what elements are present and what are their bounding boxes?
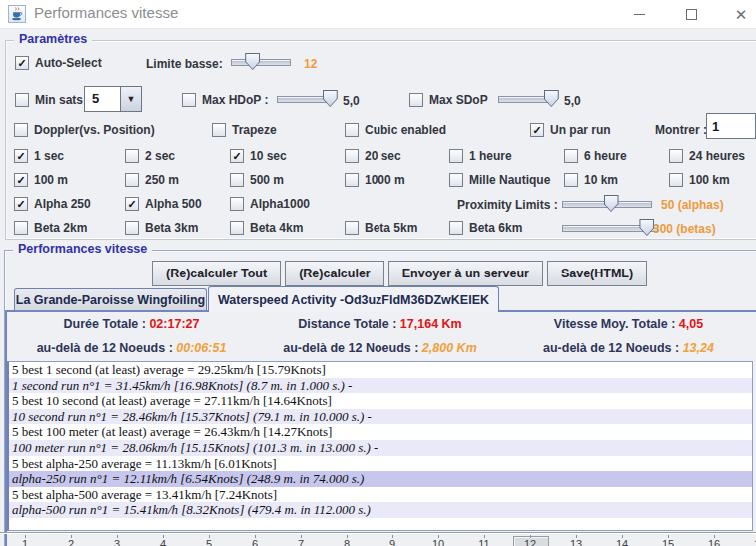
checkbox-10-km[interactable]: 10 km <box>564 172 618 188</box>
distance-au-dela-stat: au-delà de 12 Noeuds : 2,800 Km <box>256 341 504 355</box>
close-button[interactable]: ✕ <box>723 0 756 28</box>
ruler-label: 16 <box>708 538 720 546</box>
checkbox-label: Max SDoP <box>429 93 488 107</box>
window-title: Performances vitesse <box>34 4 178 21</box>
checkbox-doppler[interactable]: Doppler(vs. Position) <box>14 122 155 138</box>
max-sdop-slider[interactable] <box>498 89 554 107</box>
combobox-value: 5 <box>85 87 120 111</box>
slider-thumb[interactable] <box>245 53 260 70</box>
envoyer-serveur-button[interactable]: Envoyer à un serveur <box>388 261 543 286</box>
checkbox-beta-6km[interactable]: Beta 6km <box>449 220 522 236</box>
checkbox-100-m[interactable]: 100 m <box>14 172 68 188</box>
checkbox-2-sec[interactable]: 2 sec <box>125 148 175 164</box>
ruler-label: 6 <box>252 538 258 546</box>
checkbox-100-km[interactable]: 100 km <box>669 172 730 188</box>
result-line: 10 second run n°1 = 28.46km/h [15.37Knot… <box>9 409 752 425</box>
min-sats-combobox[interactable]: 5 ▼ <box>84 86 142 112</box>
result-line: 100 meter run n°1 = 28.06km/h [15.15Knot… <box>9 440 752 456</box>
checkbox-label: 2 sec <box>145 149 175 163</box>
recalculer-button[interactable]: (Re)calculer <box>285 261 384 286</box>
checkbox-trapeze[interactable]: Trapeze <box>212 122 277 138</box>
chevron-down-icon[interactable]: ▼ <box>120 87 141 111</box>
ruler-label: 15 <box>662 538 674 546</box>
limite-basse-slider[interactable] <box>231 52 291 70</box>
checkbox-label: Min sats : <box>35 93 90 107</box>
checkbox-cubic-enabled[interactable]: Cubic enabled <box>345 122 446 138</box>
slider-thumb[interactable] <box>604 195 619 212</box>
max-sdop-value: 5,0 <box>564 94 581 108</box>
max-hdop-slider[interactable] <box>277 89 333 107</box>
checkbox-beta-5km[interactable]: Beta 5km <box>345 220 417 236</box>
checkbox-beta-2km[interactable]: Beta 2km <box>14 220 87 236</box>
tab-la-grande-paroisse[interactable]: La Grande-Paroisse Wingfoiling <box>14 288 207 310</box>
stat-label: Vitesse Moy. Totale : <box>554 317 676 331</box>
result-line: 5 best alpha-250 average = 11.13km/h [6.… <box>9 456 752 472</box>
ruler-label: 10 <box>432 538 444 546</box>
checkbox-un-par-run[interactable]: Un par run <box>530 122 611 138</box>
checkbox-label: Alpha 500 <box>145 197 202 211</box>
checkbox-label: 10 km <box>584 173 618 187</box>
stat-label: Distance Totale : <box>298 317 396 331</box>
save-html-button[interactable]: Save(HTML) <box>547 261 647 286</box>
checkbox-auto-select[interactable]: Auto-Select <box>15 55 102 71</box>
checkbox-label: Mille Nautique <box>469 173 550 187</box>
ruler-label: 12 <box>524 538 536 546</box>
checkbox-alpha-250[interactable]: Alpha 250 <box>14 196 91 212</box>
limite-basse-value: 12 <box>304 57 317 71</box>
checkbox-1000-m[interactable]: 1000 m <box>345 172 405 188</box>
stat-value: 00:06:51 <box>176 341 226 355</box>
checkbox-20-sec[interactable]: 20 sec <box>345 148 401 164</box>
montrer-label: Montrer : <box>655 123 707 137</box>
checkbox-1-heure[interactable]: 1 heure <box>449 148 512 164</box>
recalculer-tout-button[interactable]: (Re)calculer Tout <box>152 261 281 286</box>
distance-totale-stat: Distance Totale : 17,164 Km <box>256 317 504 331</box>
checkbox-250-m[interactable]: 250 m <box>125 172 179 188</box>
checkbox-500-m[interactable]: 500 m <box>230 172 284 188</box>
stat-value: 13,24 <box>683 341 714 355</box>
result-line-selected: alpha-250 run n°1 = 12.11km/h [6.54Knots… <box>9 471 752 487</box>
checkbox-beta-3km[interactable]: Beta 3km <box>125 220 198 236</box>
minimize-icon <box>634 14 645 15</box>
result-line: 5 best 100 meter (at least) average = 26… <box>9 424 752 440</box>
vitesse-au-dela-stat: au-delà de 12 Noeuds : 13,24 <box>504 341 753 355</box>
checkbox-min-sats[interactable]: Min sats : <box>15 92 90 108</box>
proximity-betas-value: 300 (betas) <box>653 222 716 236</box>
checkbox-10-sec[interactable]: 10 sec <box>230 148 287 164</box>
ruler-label: 4 <box>160 538 166 546</box>
checkbox-label: Beta 2km <box>34 221 87 235</box>
slider-track[interactable] <box>231 59 291 66</box>
checkbox-beta-4km[interactable]: Beta 4km <box>230 220 303 236</box>
results-textarea[interactable]: 5 best 1 second (at least) average = 29.… <box>7 361 753 531</box>
ruler-label: 1 <box>22 538 28 546</box>
ruler-label: 13 <box>570 538 582 546</box>
tab-waterspeed-activity[interactable]: Waterspeed Activity -Od3uzFldM36DZwKEIEK <box>208 286 499 312</box>
ruler-label: 8 <box>344 538 350 546</box>
checkbox-alpha-1000[interactable]: Alpha1000 <box>230 196 310 212</box>
checkbox-max-hdop[interactable]: Max HDoP : <box>182 92 268 108</box>
checkbox-label: Cubic enabled <box>365 123 446 137</box>
checkbox-mille-nautique[interactable]: Mille Nautique <box>449 172 550 188</box>
checkbox-label: 24 heures <box>689 149 745 163</box>
checkbox-label: Trapeze <box>232 123 277 137</box>
checkbox-alpha-500[interactable]: Alpha 500 <box>125 196 202 212</box>
maximize-button[interactable] <box>673 0 709 28</box>
checkbox-label: Beta 6km <box>469 221 522 235</box>
checkbox-label: Doppler(vs. Position) <box>34 123 155 137</box>
proximity-limits-label: Proximity Limits : <box>457 198 558 212</box>
minimize-button[interactable] <box>621 0 657 28</box>
checkbox-max-sdop[interactable]: Max SDoP <box>409 92 488 108</box>
stat-value: 17,164 Km <box>400 317 462 331</box>
checkbox-label: 1 sec <box>34 149 64 163</box>
maximize-icon <box>686 9 697 20</box>
checkbox-6-heure[interactable]: 6 heure <box>564 148 627 164</box>
checkbox-label: 250 m <box>145 173 179 187</box>
ruler-label: 9 <box>389 538 395 546</box>
result-line: alpha-500 run n°1 = 15.41km/h [8.32Knots… <box>9 502 752 518</box>
montrer-input[interactable] <box>706 113 756 139</box>
result-line: 5 best 10 second (at least) average = 27… <box>9 393 752 409</box>
checkbox-1-sec[interactable]: 1 sec <box>14 148 64 164</box>
checkbox-label: Alpha1000 <box>250 197 310 211</box>
checkbox-24-heures[interactable]: 24 heures <box>669 148 745 164</box>
proximity-betas-slider[interactable] <box>562 218 658 236</box>
proximity-alphas-slider[interactable] <box>562 194 652 212</box>
